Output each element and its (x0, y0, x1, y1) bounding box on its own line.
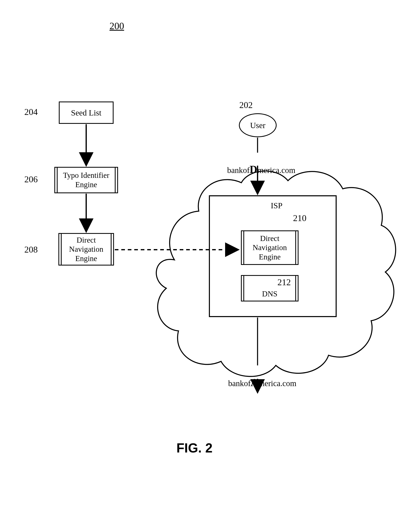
typo-identifier-engine: Typo Identifier Engine (57, 167, 116, 193)
isp-box: ISP 210 Direct Navigation Engine 212 DNS (209, 195, 337, 317)
figure-number: 200 (110, 20, 124, 31)
ref-212: 212 (278, 277, 291, 288)
typo-domain-em: D (250, 164, 257, 175)
ref-206: 206 (24, 174, 38, 184)
isp-label: ISP (271, 201, 283, 210)
seed-list-box: Seed List (59, 101, 113, 124)
correct-domain-suffix: merica.com (258, 379, 297, 388)
ref-202: 202 (239, 100, 253, 110)
seed-list-label: Seed List (71, 108, 101, 117)
typo-domain-text: bankofDmerica.com (219, 154, 295, 185)
figure-caption: FIG. 2 (176, 440, 212, 456)
ref-204: 204 (24, 107, 38, 117)
typo-domain-suffix: merica.com (257, 166, 295, 175)
correct-domain-text: bankofAmerica.com (220, 367, 296, 398)
direct-navigation-engine-left-label: Direct Navigation Engine (61, 233, 112, 266)
dns-box: 212 DNS (243, 275, 296, 301)
typo-identifier-engine-label: Typo Identifier Engine (57, 167, 116, 193)
user-node: User (239, 113, 277, 137)
typo-domain-prefix: bankof (227, 166, 250, 175)
direct-navigation-engine-right: Direct Navigation Engine (243, 230, 296, 265)
user-label: User (250, 121, 265, 130)
direct-navigation-engine-left: Direct Navigation Engine (61, 233, 112, 266)
correct-domain-prefix: bankof (228, 379, 251, 388)
ref-208: 208 (24, 245, 38, 255)
ref-210: 210 (293, 213, 307, 223)
dns-label: DNS (248, 289, 292, 299)
direct-navigation-engine-right-label: Direct Navigation Engine (243, 230, 296, 265)
correct-domain-em: A (251, 377, 258, 388)
